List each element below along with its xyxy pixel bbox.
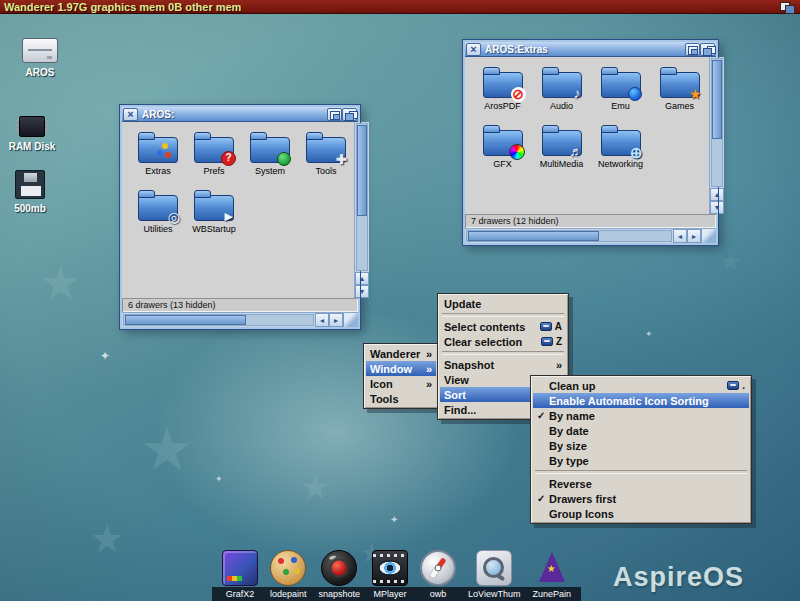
titlebar[interactable]: AROS:Extras [465, 42, 716, 57]
scroll-right-icon[interactable]: ▸ [687, 229, 701, 243]
scrollbar-thumb[interactable] [357, 125, 367, 216]
scrollbar-track[interactable] [466, 230, 672, 242]
horizontal-scrollbar[interactable]: ◂ ▸ [465, 228, 716, 243]
menu-item-snapshot[interactable]: Snapshot [440, 357, 566, 372]
menu-item-by-name[interactable]: ✓ By name [533, 408, 749, 423]
shortcut-key: . [742, 380, 745, 391]
drawer-label: Extras [130, 166, 186, 176]
menu-item-clean-up[interactable]: Clean up . [533, 378, 749, 393]
scrollbar-track[interactable] [356, 123, 368, 271]
menu-item-group-icons[interactable]: Group Icons [533, 506, 749, 521]
scrollbar-thumb[interactable] [468, 231, 599, 241]
drawer-wbstartup[interactable]: WBStartup [186, 190, 242, 234]
desktop-icon-label: AROS [8, 67, 72, 78]
scroll-down-icon[interactable]: ▾ [355, 285, 369, 298]
dock-item-mplayer[interactable]: MPlayer [366, 550, 414, 601]
zoom-gadget-icon[interactable] [327, 108, 342, 121]
drawer-games[interactable]: Games [650, 67, 709, 111]
dock-item-loviewthum[interactable]: LoViewThum [462, 550, 526, 601]
star-icon [40, 260, 81, 306]
menu-item-wanderer[interactable]: Wanderer [366, 346, 436, 361]
drawer-gfx[interactable]: GFX [473, 125, 532, 169]
desktop-icon-ram-disk[interactable]: RAM Disk [0, 116, 64, 152]
amiga-key-icon [541, 337, 553, 346]
dock-item-lodepaint[interactable]: lodepaint [264, 550, 313, 601]
scrollbar-track[interactable] [123, 314, 314, 326]
window-aros-extras: AROS:Extras ArosPDF Audio Emu [463, 40, 718, 245]
submenu-arrow-icon [426, 348, 432, 360]
status-bar: 7 drawers (12 hidden) [465, 214, 716, 228]
multimedia-folder-icon [542, 130, 582, 156]
snapshote-icon [321, 550, 357, 586]
close-gadget-icon[interactable] [466, 43, 481, 56]
drawer-utilities[interactable]: Utilities [130, 190, 186, 234]
scroll-up-icon[interactable]: ▴ [355, 272, 369, 285]
desktop-icon-label: RAM Disk [0, 141, 64, 152]
drawer-audio[interactable]: Audio [532, 67, 591, 111]
vertical-scrollbar[interactable]: ▴ ▾ [354, 122, 369, 298]
drawer-label: Prefs [186, 166, 242, 176]
scroll-up-icon[interactable]: ▴ [710, 188, 724, 201]
dock-item-snapshote[interactable]: snapshote [313, 550, 367, 601]
drawer-extras[interactable]: Extras [130, 132, 186, 176]
floppy-disk-icon [15, 170, 45, 199]
drawer-tools[interactable]: Tools [298, 132, 354, 176]
menu-item-select-contents[interactable]: Select contents A [440, 319, 566, 334]
drawer-arospdf[interactable]: ArosPDF [473, 67, 532, 111]
scrollbar-track[interactable] [711, 58, 723, 187]
menu-item-by-type[interactable]: By type [533, 453, 749, 468]
star-icon [300, 470, 330, 504]
lodepaint-icon [270, 550, 306, 586]
submenu-arrow-icon [556, 359, 562, 371]
sparkle-icon [100, 350, 110, 362]
scrollbar-thumb[interactable] [712, 60, 722, 139]
titlebar[interactable]: AROS: [122, 107, 358, 122]
menubar[interactable]: Wanderer 1.97G graphics mem 0B other mem [0, 0, 800, 14]
drawer-prefs[interactable]: Prefs [186, 132, 242, 176]
menu-item-icon[interactable]: Icon [366, 376, 436, 391]
menu-item-tools[interactable]: Tools [366, 391, 436, 406]
scrollbar-thumb[interactable] [125, 315, 246, 325]
depth-gadget-icon[interactable] [342, 108, 357, 121]
drawer-label: MultiMedia [532, 159, 591, 169]
wbstartup-folder-icon [194, 195, 234, 221]
depth-gadget-icon[interactable] [700, 43, 715, 56]
menu-item-update[interactable]: Update [440, 296, 566, 311]
menu-item-by-size[interactable]: By size [533, 438, 749, 453]
menu-item-clear-selection[interactable]: Clear selection Z [440, 334, 566, 349]
disk-drive-icon [22, 38, 58, 63]
drawer-emu[interactable]: Emu [591, 67, 650, 111]
drawer-system[interactable]: System [242, 132, 298, 176]
menu-item-enable-auto-sorting[interactable]: Enable Automatic Icon Sorting [533, 393, 749, 408]
dock-item-grafx2[interactable]: GrafX2 [216, 550, 264, 601]
grafx2-icon [222, 550, 258, 586]
dock-item-zunepaint[interactable]: ZunePain [526, 550, 577, 601]
zoom-gadget-icon[interactable] [685, 43, 700, 56]
ram-chip-icon [19, 116, 45, 137]
menu-item-window[interactable]: Window [366, 361, 436, 376]
checkmark-icon: ✓ [537, 493, 549, 504]
drawer-label: Audio [532, 101, 591, 111]
close-gadget-icon[interactable] [123, 108, 138, 121]
menu-item-by-date[interactable]: By date [533, 423, 749, 438]
resize-gadget-icon[interactable] [701, 229, 716, 243]
horizontal-scrollbar[interactable]: ◂ ▸ [122, 312, 358, 327]
menu-separator [535, 470, 747, 474]
window-content: ArosPDF Audio Emu Games [465, 57, 709, 214]
drawer-networking[interactable]: Networking [591, 125, 650, 169]
menu-item-reverse[interactable]: Reverse [533, 476, 749, 491]
dock-item-owb[interactable]: owb [414, 550, 462, 601]
scroll-down-icon[interactable]: ▾ [710, 201, 724, 214]
menu-item-drawers-first[interactable]: ✓ Drawers first [533, 491, 749, 506]
vertical-scrollbar[interactable]: ▴ ▾ [709, 57, 724, 214]
drawer-multimedia[interactable]: MultiMedia [532, 125, 591, 169]
desktop-icon-500mb[interactable]: 500mb [0, 170, 62, 214]
resize-gadget-icon[interactable] [343, 313, 358, 327]
desktop-icon-aros[interactable]: AROS [8, 38, 72, 78]
screen-depth-gadget-icon[interactable] [779, 1, 797, 13]
status-text: 6 drawers (13 hidden) [128, 300, 216, 310]
scroll-right-icon[interactable]: ▸ [329, 313, 343, 327]
scroll-left-icon[interactable]: ◂ [673, 229, 687, 243]
context-menu-root: Wanderer Window Icon Tools [363, 343, 439, 409]
scroll-left-icon[interactable]: ◂ [315, 313, 329, 327]
